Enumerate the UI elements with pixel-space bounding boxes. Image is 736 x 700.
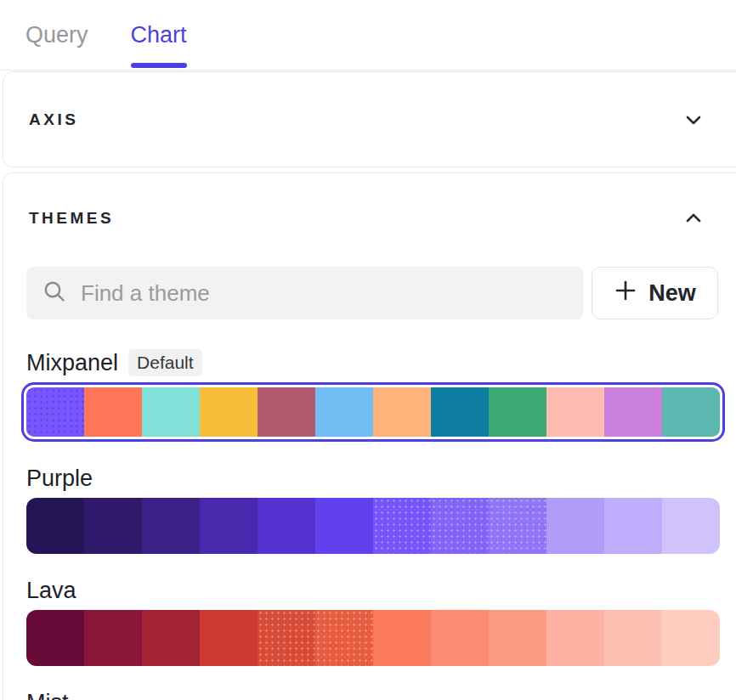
theme-name: Mixpanel <box>26 350 118 376</box>
swatch <box>84 610 142 666</box>
tab-query[interactable]: Query <box>25 0 88 70</box>
theme-name: Mist <box>26 690 69 700</box>
swatch <box>200 387 258 437</box>
search-icon <box>42 279 67 308</box>
swatch <box>604 498 662 554</box>
swatch <box>258 610 315 666</box>
chevron-up-icon[interactable] <box>683 208 704 229</box>
theme-search-box[interactable] <box>26 267 583 319</box>
swatch <box>26 610 84 666</box>
swatch <box>315 498 373 554</box>
theme-name: Purple <box>26 466 93 492</box>
new-theme-button-label: New <box>648 280 696 307</box>
tab-query-label: Query <box>25 22 88 48</box>
swatch <box>489 387 546 437</box>
swatch <box>373 610 431 666</box>
theme-label-row: Purple <box>26 464 720 493</box>
themes-section-title: THEMES <box>3 209 114 228</box>
tab-chart-label: Chart <box>131 22 187 48</box>
swatch <box>662 498 720 554</box>
chart-settings-panel: Query Chart AXIS THEMES <box>0 0 736 700</box>
theme-swatch-row[interactable] <box>26 387 720 437</box>
plus-icon <box>614 279 637 308</box>
theme-item: Mixpanel Default <box>26 348 720 442</box>
tab-chart[interactable]: Chart <box>131 0 187 70</box>
theme-label-row: Lava <box>26 576 720 605</box>
new-theme-button[interactable]: New <box>592 267 718 319</box>
swatch <box>200 610 258 666</box>
themes-section: THEMES <box>3 172 736 700</box>
theme-label-row: Mixpanel Default <box>26 348 720 377</box>
swatch <box>431 387 489 437</box>
theme-item: Mist <box>26 688 720 700</box>
theme-swatch-container <box>21 382 725 442</box>
swatch <box>489 610 546 666</box>
theme-item: Lava <box>26 576 720 666</box>
theme-default-badge: Default <box>128 349 202 376</box>
swatch <box>258 498 315 554</box>
swatch <box>373 498 431 554</box>
swatch <box>315 610 373 666</box>
swatch <box>315 387 373 437</box>
swatch <box>142 498 200 554</box>
swatch <box>489 498 546 554</box>
swatch <box>604 387 662 437</box>
swatch <box>84 387 142 437</box>
axis-section: AXIS <box>3 71 736 167</box>
theme-swatch-row[interactable] <box>26 610 720 666</box>
swatch <box>546 387 604 437</box>
theme-swatch-container <box>26 498 720 554</box>
swatch <box>662 387 720 437</box>
axis-section-title: AXIS <box>3 110 78 129</box>
swatch <box>200 498 258 554</box>
swatch <box>26 498 84 554</box>
theme-swatch-row[interactable] <box>26 498 720 554</box>
swatch <box>546 610 604 666</box>
swatch <box>546 498 604 554</box>
theme-search-input[interactable] <box>81 280 568 307</box>
theme-name: Lava <box>26 578 76 604</box>
chevron-down-icon[interactable] <box>683 110 704 130</box>
theme-label-row: Mist <box>26 688 720 700</box>
theme-item: Purple <box>26 464 720 554</box>
swatch <box>373 387 431 437</box>
swatch <box>431 610 489 666</box>
active-tab-indicator <box>131 63 187 68</box>
swatch <box>662 610 720 666</box>
theme-search-row: New <box>26 267 718 319</box>
theme-swatch-container <box>26 610 720 666</box>
swatch <box>84 498 142 554</box>
tab-bar: Query Chart <box>0 0 736 71</box>
swatch <box>431 498 489 554</box>
theme-list: Mixpanel Default Purple Lava Mist <box>3 348 736 700</box>
swatch <box>26 387 84 437</box>
swatch <box>258 387 315 437</box>
themes-section-header: THEMES <box>3 206 736 231</box>
swatch <box>142 610 200 666</box>
swatch <box>142 387 200 437</box>
swatch <box>604 610 662 666</box>
